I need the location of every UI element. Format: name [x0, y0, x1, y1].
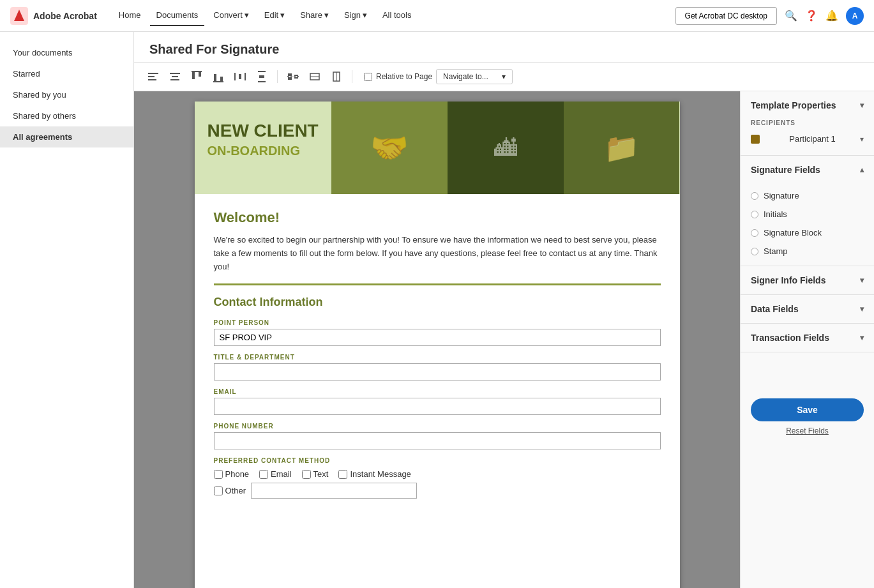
signature-fields-header[interactable]: Signature Fields ▴: [741, 156, 874, 184]
nav-right: Get Acrobat DC desktop 🔍 ❓ 🔔 A: [675, 7, 864, 25]
doc-contact-email-checkbox[interactable]: [259, 470, 268, 479]
main-content: Shared For Signature: [134, 32, 874, 588]
transaction-fields-label: Transaction Fields: [751, 333, 829, 343]
sig-field-initials[interactable]: Initials: [741, 205, 874, 223]
doc-contact-text-checkbox[interactable]: [302, 470, 311, 479]
nav-sign[interactable]: Sign▾: [338, 5, 373, 26]
doc-other-input[interactable]: [251, 483, 417, 499]
align-h-button[interactable]: [284, 68, 302, 86]
panel-bottom-actions: Save Reset Fields: [741, 391, 874, 443]
reset-fields-link[interactable]: Reset Fields: [751, 426, 864, 435]
doc-banner-images: 🤝 🏙 📁: [331, 102, 680, 194]
svg-rect-12: [213, 81, 223, 82]
sidebar-item-all-agreements[interactable]: All agreements: [0, 126, 133, 147]
app-body: Your documents Starred Shared by you Sha…: [0, 32, 874, 588]
template-properties-header[interactable]: Template Properties ▾: [741, 91, 874, 119]
sig-field-stamp-radio: [751, 248, 758, 255]
banner-image-folder: 📁: [564, 102, 680, 194]
get-desktop-button[interactable]: Get Acrobat DC desktop: [675, 7, 777, 25]
distribute-v-button[interactable]: [253, 68, 271, 86]
notifications-icon[interactable]: 🔔: [825, 10, 838, 22]
distribute-h-button[interactable]: [231, 68, 249, 86]
template-properties-section: Template Properties ▾ RECIPIENTS Partici…: [741, 91, 874, 156]
align-center-icon: [169, 71, 181, 82]
nav-edit[interactable]: Edit▾: [258, 5, 291, 26]
sidebar-item-starred[interactable]: Starred: [0, 63, 133, 84]
doc-contact-options: Phone Email Text: [214, 469, 661, 479]
template-properties-chevron-icon: ▾: [860, 101, 864, 110]
doc-contact-email: Email: [259, 469, 292, 479]
banner-image-handshake: 🤝: [331, 102, 448, 194]
nav-links: Home Documents Convert▾ Edit▾ Share▾ Sig…: [112, 5, 675, 26]
align-bottom-button[interactable]: [209, 68, 227, 86]
sidebar-item-your-documents[interactable]: Your documents: [0, 42, 133, 63]
doc-divider: [214, 283, 661, 285]
nav-home[interactable]: Home: [112, 5, 147, 26]
relative-to-page-checkbox[interactable]: [364, 73, 372, 81]
svg-rect-5: [172, 76, 178, 77]
nav-documents[interactable]: Documents: [150, 5, 205, 26]
sig-field-initials-label: Initials: [764, 209, 787, 219]
toolbar: Relative to Page Navigate to... ▾: [134, 63, 874, 91]
svg-rect-9: [192, 71, 202, 72]
doc-contact-phone: Phone: [214, 469, 250, 479]
recipient-participant1: Participant 1 ▾: [751, 130, 864, 147]
nav-convert[interactable]: Convert▾: [207, 5, 255, 26]
sig-field-signature-label: Signature: [764, 191, 799, 200]
align-top-icon: [191, 71, 202, 82]
signature-fields-label: Signature Fields: [751, 165, 820, 175]
help-icon[interactable]: ❓: [805, 10, 818, 22]
signature-fields-section: Signature Fields ▴ Signature Initials: [741, 156, 874, 266]
toolbar-separator-1: [277, 70, 278, 83]
doc-contact-instant-message-checkbox[interactable]: [338, 470, 347, 479]
doc-other-row: Other: [214, 483, 661, 499]
resize-height-button[interactable]: [328, 68, 345, 86]
sidebar-item-shared-by-you[interactable]: Shared by you: [0, 84, 133, 105]
app-logo[interactable]: Adobe Acrobat: [10, 7, 97, 25]
sig-field-signature-radio: [751, 192, 758, 200]
doc-point-person-label: POINT PERSON: [214, 319, 661, 326]
doc-body: Welcome! We're so excited to begin our p…: [195, 194, 680, 514]
search-icon[interactable]: 🔍: [785, 10, 797, 22]
svg-rect-14: [245, 73, 246, 80]
doc-contact-other-checkbox[interactable]: [214, 486, 223, 495]
doc-phone-input[interactable]: [214, 432, 661, 449]
distribute-v-icon: [256, 71, 267, 82]
nav-all-tools[interactable]: All tools: [376, 5, 418, 26]
recipients-label: RECIPIENTS: [751, 119, 864, 126]
sig-field-stamp[interactable]: Stamp: [741, 242, 874, 260]
data-fields-header[interactable]: Data Fields ▾: [741, 295, 874, 323]
nav-share[interactable]: Share▾: [294, 5, 335, 26]
transaction-fields-header[interactable]: Transaction Fields ▾: [741, 324, 874, 352]
sidebar-item-shared-by-others[interactable]: Shared by others: [0, 105, 133, 126]
doc-title-dept-input[interactable]: [214, 363, 661, 381]
doc-banner-subtitle: ON-BOARDING: [207, 144, 319, 158]
svg-rect-15: [239, 74, 241, 79]
toolbar-separator-2: [352, 70, 352, 83]
doc-email-input[interactable]: [214, 398, 661, 415]
svg-rect-10: [214, 74, 216, 82]
doc-phone-label: PHONE NUMBER: [214, 423, 661, 430]
align-bottom-icon: [213, 71, 224, 82]
sig-field-signature[interactable]: Signature: [741, 186, 874, 205]
document-canvas-wrapper[interactable]: NEW CLIENT ON-BOARDING 🤝 🏙 📁: [134, 91, 740, 588]
data-fields-label: Data Fields: [751, 304, 799, 314]
save-button[interactable]: Save: [751, 398, 864, 421]
doc-email-label: EMAIL: [214, 388, 661, 395]
sig-field-signature-block[interactable]: Signature Block: [741, 223, 874, 242]
sig-field-stamp-label: Stamp: [764, 246, 788, 256]
relative-to-page-label: Relative to Page: [376, 72, 432, 81]
doc-contact-phone-checkbox[interactable]: [214, 470, 223, 479]
avatar[interactable]: A: [846, 7, 864, 25]
align-center-button[interactable]: [166, 68, 184, 86]
resize-width-button[interactable]: [306, 68, 324, 86]
top-nav: Adobe Acrobat Home Documents Convert▾ Ed…: [0, 0, 874, 32]
doc-contact-text: Text: [302, 469, 329, 479]
doc-point-person-input[interactable]: [214, 329, 661, 346]
signer-info-header[interactable]: Signer Info Fields ▾: [741, 266, 874, 294]
participant-chevron-icon[interactable]: ▾: [860, 135, 864, 144]
align-left-button[interactable]: [144, 68, 162, 86]
navigate-to-dropdown[interactable]: Navigate to... ▾: [436, 69, 513, 84]
left-sidebar: Your documents Starred Shared by you Sha…: [0, 32, 134, 588]
align-top-button[interactable]: [188, 68, 206, 86]
